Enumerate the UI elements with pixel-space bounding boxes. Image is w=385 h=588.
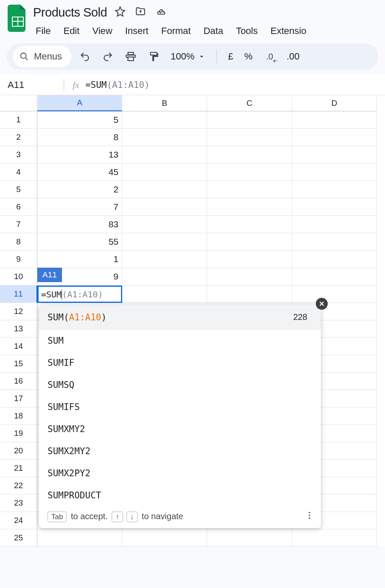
sheets-logo[interactable] <box>7 3 29 33</box>
row-header[interactable]: 6 <box>0 198 37 216</box>
decrease-decimal-button[interactable]: .0 <box>260 47 279 66</box>
document-title[interactable]: Products Sold <box>33 6 107 20</box>
cell[interactable] <box>207 251 292 268</box>
row-header[interactable]: 11 <box>0 286 37 303</box>
row-header[interactable]: 10 <box>0 268 37 286</box>
cell[interactable] <box>122 286 207 303</box>
name-box[interactable]: A11 <box>0 79 55 90</box>
cell[interactable]: 5 <box>37 111 122 129</box>
cell[interactable] <box>122 529 207 547</box>
cell[interactable] <box>292 216 377 233</box>
menu-extensions[interactable]: Extensio <box>270 24 307 38</box>
column-header-a[interactable]: A <box>37 95 122 111</box>
cell[interactable] <box>207 233 292 251</box>
cell[interactable] <box>207 181 292 198</box>
cell[interactable] <box>122 268 207 286</box>
autocomplete-item[interactable]: SUMIFS <box>39 396 321 418</box>
row-header[interactable]: 9 <box>0 251 37 268</box>
row-header[interactable]: 12 <box>0 303 37 320</box>
cell[interactable] <box>122 181 207 198</box>
menu-tools[interactable]: Tools <box>235 24 259 38</box>
autocomplete-item[interactable]: SUMPRODUCT <box>39 484 321 506</box>
cell[interactable] <box>207 111 292 129</box>
cell[interactable] <box>292 251 377 268</box>
row-header[interactable]: 3 <box>0 146 37 164</box>
cell[interactable] <box>292 146 377 164</box>
spreadsheet-grid[interactable]: A B C D 15283134455267783855911091112131… <box>0 95 385 547</box>
row-header[interactable]: 8 <box>0 233 37 251</box>
cell[interactable] <box>292 129 377 146</box>
menu-edit[interactable]: Edit <box>62 24 80 38</box>
cell[interactable] <box>122 164 207 181</box>
autocomplete-item[interactable]: SUMIF <box>39 352 321 374</box>
cell[interactable]: 45 <box>37 164 122 181</box>
cell[interactable] <box>292 286 377 303</box>
row-header[interactable]: 7 <box>0 216 37 233</box>
cell[interactable]: 13 <box>37 146 122 164</box>
row-header[interactable]: 5 <box>0 181 37 198</box>
percent-button[interactable]: % <box>241 51 256 62</box>
row-header[interactable]: 18 <box>0 407 37 425</box>
cell[interactable]: 2 <box>37 181 122 198</box>
cell[interactable] <box>207 529 292 547</box>
menus-search[interactable]: Menus <box>13 46 71 67</box>
autocomplete-item[interactable]: SUM <box>39 330 321 352</box>
cell[interactable] <box>292 111 377 129</box>
cell[interactable]: 7 <box>37 198 122 216</box>
row-header[interactable]: 1 <box>0 111 37 129</box>
star-icon[interactable] <box>115 6 126 19</box>
increase-decimal-button[interactable]: .00 <box>283 51 303 62</box>
column-header-b[interactable]: B <box>122 95 207 111</box>
select-all-corner[interactable] <box>0 95 37 111</box>
cell[interactable] <box>122 251 207 268</box>
formula-bar-input[interactable]: =SUM(A1:A10) <box>85 80 150 90</box>
row-header[interactable]: 24 <box>0 512 37 529</box>
autocomplete-item[interactable]: SUMX2MY2 <box>39 440 321 462</box>
cell[interactable] <box>37 529 122 547</box>
row-header[interactable]: 4 <box>0 164 37 181</box>
menu-format[interactable]: Format <box>160 24 192 38</box>
row-header[interactable]: 22 <box>0 477 37 495</box>
cell[interactable] <box>207 198 292 216</box>
row-header[interactable]: 23 <box>0 495 37 512</box>
autocomplete-item[interactable]: SUM(A1:A10) 228 <box>39 305 321 330</box>
cell[interactable] <box>207 164 292 181</box>
cell[interactable] <box>122 146 207 164</box>
undo-button[interactable] <box>76 47 94 66</box>
cell[interactable] <box>207 268 292 286</box>
close-button[interactable] <box>316 298 328 310</box>
cell[interactable]: 8 <box>37 129 122 146</box>
cell[interactable] <box>292 233 377 251</box>
row-header[interactable]: 21 <box>0 460 37 477</box>
row-header[interactable]: 14 <box>0 338 37 355</box>
cell[interactable] <box>292 529 377 547</box>
editing-cell[interactable]: =SUM(A1:A10) <box>37 286 122 303</box>
row-header[interactable]: 25 <box>0 529 37 547</box>
column-header-c[interactable]: C <box>207 95 292 111</box>
row-header[interactable]: 20 <box>0 442 37 460</box>
currency-button[interactable]: £ <box>225 51 236 62</box>
menu-insert[interactable]: Insert <box>124 24 149 38</box>
cell[interactable] <box>122 216 207 233</box>
cell[interactable]: 1 <box>37 251 122 268</box>
cell[interactable]: 83 <box>37 216 122 233</box>
more-options-button[interactable] <box>305 511 314 522</box>
zoom-selector[interactable]: 100% <box>167 51 209 62</box>
row-header[interactable]: 19 <box>0 425 37 442</box>
menu-data[interactable]: Data <box>202 24 224 38</box>
move-folder-icon[interactable] <box>135 6 146 19</box>
cell[interactable] <box>122 111 207 129</box>
autocomplete-item[interactable]: SUMSQ <box>39 374 321 396</box>
menu-view[interactable]: View <box>91 24 113 38</box>
cell[interactable] <box>292 268 377 286</box>
cell[interactable] <box>292 164 377 181</box>
row-header[interactable]: 15 <box>0 355 37 373</box>
print-button[interactable] <box>121 47 140 66</box>
row-header[interactable]: 13 <box>0 320 37 338</box>
cell[interactable] <box>292 198 377 216</box>
cell[interactable] <box>207 129 292 146</box>
cell[interactable] <box>207 286 292 303</box>
autocomplete-item[interactable]: SUMX2PY2 <box>39 462 321 484</box>
row-header[interactable]: 2 <box>0 129 37 146</box>
column-header-d[interactable]: D <box>292 95 377 111</box>
